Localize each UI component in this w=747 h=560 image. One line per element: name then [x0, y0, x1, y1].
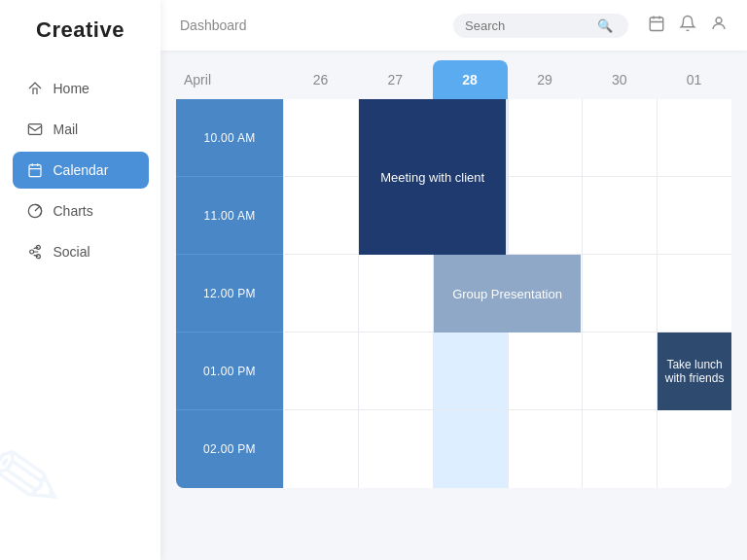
svg-point-7 — [716, 18, 722, 23]
mail-icon — [26, 121, 44, 138]
cell-r1-c4 — [508, 99, 583, 177]
svg-point-4 — [29, 250, 33, 254]
cell-r1-c2: Meeting with client — [358, 99, 433, 177]
sidebar: Creative Home Mail Calendar — [0, 0, 160, 560]
cell-r5-c4 — [508, 410, 583, 488]
calendar-view: April 26 27 28 29 30 01 10.00 AM Meeting… — [160, 51, 747, 560]
cell-r2-c6 — [657, 177, 731, 255]
main-content: Dashboard 🔍 — [160, 0, 747, 560]
time-1400: 02.00 PM — [176, 410, 283, 488]
time-1000: 10.00 AM — [176, 99, 283, 177]
cell-r2-c1 — [283, 177, 358, 255]
cell-r5-c2 — [358, 410, 433, 488]
sidebar-item-mail-label: Mail — [53, 122, 79, 137]
time-1200: 12.00 PM — [176, 255, 283, 332]
sidebar-item-charts-label: Charts — [53, 203, 93, 219]
sidebar-item-charts[interactable]: Charts — [13, 192, 149, 229]
cal-day-28: 28 — [433, 60, 508, 99]
calendar-header: April 26 27 28 29 30 01 — [176, 60, 731, 99]
sidebar-item-social-label: Social — [53, 244, 90, 260]
page-title: Dashboard — [180, 18, 442, 33]
cell-r3-c3: Group Presentation — [433, 255, 508, 332]
calendar-month: April — [176, 60, 283, 99]
cell-r3-c1 — [283, 255, 358, 332]
home-icon — [26, 80, 44, 97]
cell-r3-c6 — [657, 255, 731, 332]
cell-r4-c4 — [508, 332, 583, 410]
cell-r3-c5 — [582, 255, 657, 332]
search-icon[interactable]: 🔍 — [597, 18, 613, 33]
cal-day-29: 29 — [508, 60, 583, 99]
watermark: ✎ — [0, 423, 72, 536]
cal-day-01: 01 — [657, 60, 731, 99]
event-group-presentation[interactable]: Group Presentation — [434, 255, 582, 332]
cal-day-27: 27 — [358, 60, 433, 99]
cal-day-30: 30 — [582, 60, 657, 99]
event-lunch[interactable]: Take lunch with friends — [658, 332, 731, 410]
cell-r4-c2 — [358, 332, 433, 410]
cell-r5-c3 — [433, 410, 508, 488]
cell-r2-c5 — [582, 177, 657, 255]
notification-icon[interactable] — [679, 15, 696, 36]
charts-icon — [26, 202, 44, 220]
cell-r5-c6 — [657, 410, 731, 488]
cal-day-26: 26 — [283, 60, 358, 99]
cell-r3-c2 — [358, 255, 433, 332]
svg-rect-1 — [29, 165, 41, 177]
calendar-icon — [26, 161, 44, 179]
search-input[interactable] — [465, 18, 591, 33]
cell-r4-c5 — [582, 332, 657, 410]
top-header: Dashboard 🔍 — [160, 0, 747, 51]
sidebar-item-social[interactable]: Social — [13, 233, 149, 270]
event-meeting[interactable]: Meeting with client — [359, 99, 507, 255]
sidebar-item-calendar-label: Calendar — [53, 162, 109, 178]
time-1300: 01.00 PM — [176, 332, 283, 410]
cell-r1-c1 — [283, 99, 358, 177]
cell-r1-c6 — [657, 99, 731, 177]
social-icon — [26, 243, 44, 261]
calendar-header-icon[interactable] — [648, 15, 665, 36]
cell-r5-c5 — [582, 410, 657, 488]
cell-r4-c6: Take lunch with friends — [657, 332, 731, 410]
sidebar-item-home[interactable]: Home — [13, 70, 149, 107]
cell-r1-c5 — [582, 99, 657, 177]
app-logo: Creative — [36, 18, 124, 43]
calendar-body: 10.00 AM Meeting with client 11.00 AM 12… — [176, 99, 731, 488]
cell-r4-c3 — [433, 332, 508, 410]
sidebar-item-mail[interactable]: Mail — [13, 111, 149, 148]
svg-rect-0 — [28, 124, 41, 135]
svg-rect-6 — [650, 18, 663, 31]
time-1100: 11.00 AM — [176, 177, 283, 255]
sidebar-item-home-label: Home — [53, 81, 89, 96]
cell-r2-c4 — [508, 177, 583, 255]
search-bar[interactable]: 🔍 — [453, 14, 628, 38]
user-icon[interactable] — [710, 15, 728, 36]
cell-r5-c1 — [283, 410, 358, 488]
cell-r4-c1 — [283, 332, 358, 410]
sidebar-item-calendar[interactable]: Calendar — [13, 152, 149, 189]
header-icons — [648, 15, 728, 36]
